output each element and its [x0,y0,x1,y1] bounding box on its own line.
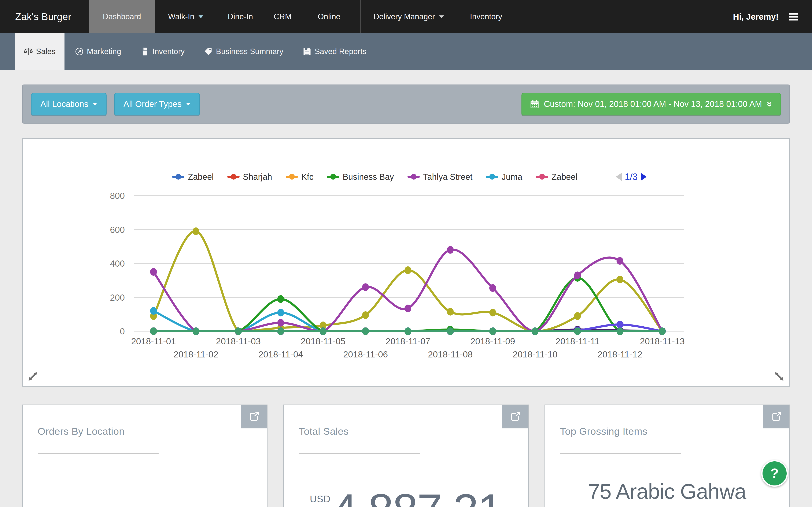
top-item-name: 75 Arabic Gahwa [545,479,789,504]
orders-by-location-card: Orders By Location [22,404,267,507]
legend-next-button[interactable] [641,173,647,181]
card-title: Orders By Location [38,426,267,437]
external-link-button[interactable] [763,405,789,429]
x-axis-tick-label: 2018-11-01 [131,336,176,346]
tab-label: Marketing [87,47,121,56]
sales-chart-card: ZabeelSharjahKfcBusiness BayTahlya Stree… [22,138,790,387]
nav-item-label: CRM [273,12,291,21]
legend-label: Sharjah [243,172,272,182]
legend-label: Juma [502,172,522,182]
data-point [489,284,496,292]
legend-item[interactable]: Sharjah [227,172,272,182]
summary-cards: Orders By Location Total Sales USD 4 887… [22,404,790,507]
x-axis-tick-label: 2018-11-10 [513,349,558,359]
legend-prev-button[interactable] [616,173,622,181]
locations-dropdown-label: All Locations [40,99,88,109]
tab-saved-reports[interactable]: Saved Reports [294,34,375,70]
resize-handle-sw[interactable] [27,370,39,383]
legend-item[interactable]: Zabeel [172,172,214,182]
double-chevron-down-icon: » [765,101,775,107]
legend-label: Zabeel [552,172,577,182]
save-icon [302,47,312,56]
data-point [405,304,411,312]
hamburger-menu-icon[interactable] [789,12,798,22]
title-underline [38,453,159,454]
title-underline [299,453,420,454]
chart-legend-items: ZabeelSharjahKfcBusiness BayTahlya Stree… [165,172,584,182]
resize-handle-se[interactable] [773,370,785,383]
data-point [150,268,157,276]
main-menu: Dashboard Walk-In Dine-In CRM Online Del… [89,0,733,34]
external-link-icon [770,411,782,423]
data-point [574,312,581,320]
data-point [193,228,199,235]
tab-business-summary[interactable]: Business Summary [195,34,292,70]
data-point [489,327,496,335]
order-types-dropdown[interactable]: All Order Types [114,93,200,115]
nav-item-online[interactable]: Online [316,0,343,34]
y-axis-tick-label: 400 [110,259,125,269]
data-point [362,312,369,319]
nav-item-walk-in[interactable]: Walk-In [166,0,205,34]
title-underline [560,453,681,454]
nav-item-dine-in[interactable]: Dine-In [225,0,255,34]
legend-marker [227,174,240,180]
data-point [617,327,623,335]
external-link-button[interactable] [241,405,267,429]
nav-item-inventory[interactable]: Inventory [468,0,504,34]
total-sales-value: 4 887.31 [332,487,502,507]
report-tabs: Sales Marketing Inventory Business Summa… [0,34,812,70]
nav-item-crm[interactable]: CRM [271,0,294,34]
locations-dropdown[interactable]: All Locations [31,93,107,115]
tab-label: Sales [36,47,56,56]
legend-item[interactable]: Kfc [286,172,314,182]
nav-item-dashboard[interactable]: Dashboard [89,0,155,34]
nav-item-label: Online [318,12,341,21]
x-axis-tick-label: 2018-11-05 [301,336,346,346]
chart-legend: ZabeelSharjahKfcBusiness BayTahlya Stree… [23,170,789,183]
x-axis-tick-label: 2018-11-02 [173,349,218,359]
nav-divider [360,0,361,34]
x-axis-tick-label: 2018-11-06 [343,349,388,359]
y-axis-tick-label: 600 [110,225,125,235]
x-axis-tick-label: 2018-11-11 [556,336,600,346]
currency-label: USD [310,493,330,507]
brand: Zak's Burger [0,0,89,34]
data-point [277,295,284,303]
data-point [277,309,284,317]
nav-item-label: Walk-In [168,12,194,21]
nav-item-delivery-manager[interactable]: Delivery Manager [371,0,446,34]
total-sales-card: Total Sales USD 4 887.31 [283,404,529,507]
nav-item-label: Dashboard [103,12,141,21]
tag-icon [204,47,213,56]
date-range-label: Custom: Nov 01, 2018 01:00 AM - Nov 13, … [544,99,762,109]
legend-item[interactable]: Zabeel [536,172,577,182]
legend-item[interactable]: Juma [486,172,522,182]
legend-marker [286,174,298,180]
legend-item[interactable]: Business Bay [327,172,394,182]
data-point [277,319,284,327]
user-greeting: Hi, Jeremy! [733,12,778,21]
y-axis-tick-label: 0 [120,326,125,336]
series-line [154,249,662,331]
nav-item-label: Inventory [470,12,502,21]
tab-inventory[interactable]: Inventory [131,34,194,70]
legend-marker [407,174,420,180]
external-link-button[interactable] [502,405,528,429]
y-axis-tick-label: 200 [110,293,125,302]
data-point [405,266,411,274]
fridge-icon [140,47,150,56]
tab-sales[interactable]: Sales [15,34,64,70]
y-axis-tick-label: 800 [110,191,125,201]
date-range-button[interactable]: Custom: Nov 01, 2018 01:00 AM - Nov 13, … [521,93,781,115]
data-point [405,327,411,335]
legend-item[interactable]: Tahlya Street [407,172,472,182]
data-point [277,327,284,335]
marketing-icon [74,47,84,56]
tab-marketing[interactable]: Marketing [66,34,130,70]
chevron-down-icon [93,103,97,105]
data-point [617,321,623,328]
external-link-icon [509,411,521,423]
help-button[interactable]: ? [761,460,788,487]
data-point [447,308,454,316]
